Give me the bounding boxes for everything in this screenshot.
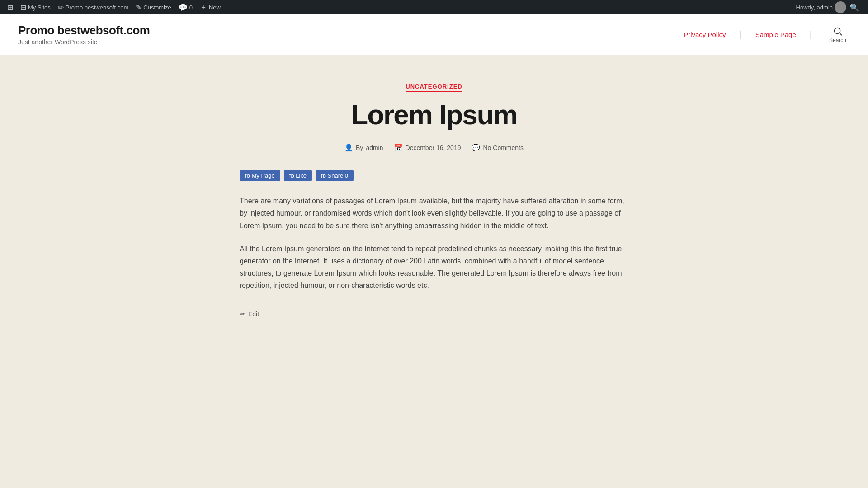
new-link[interactable]: ＋ New — [196, 0, 224, 14]
nav-separator: | — [740, 29, 742, 40]
promo-site-link[interactable]: ✏ Promo bestwebsoft.com — [54, 0, 132, 14]
fb-my-page-button[interactable]: fb My Page — [240, 170, 280, 181]
post-title: Lorem Ipsum — [240, 99, 628, 130]
author-name[interactable]: admin — [366, 144, 383, 151]
edit-link[interactable]: ✏ Edit — [240, 310, 628, 318]
comments-icon: 💬 — [179, 3, 188, 12]
customize-link[interactable]: ✎ Customize — [132, 0, 175, 14]
post-date: 📅 December 16, 2019 — [394, 144, 461, 152]
new-label: New — [209, 4, 221, 11]
nav-separator-2: | — [810, 29, 812, 40]
site-title[interactable]: Promo bestwebsoft.com — [18, 23, 150, 38]
edit-icon: ✏ — [240, 310, 245, 318]
header-right: Privacy Policy | Sample Page | Search — [684, 23, 850, 47]
wp-icon: ⊞ — [7, 3, 13, 12]
plus-icon: ＋ — [200, 3, 207, 12]
site-header: Promo bestwebsoft.com Just another WordP… — [0, 14, 868, 55]
post-author: 👤 By admin — [344, 144, 383, 152]
my-sites-link[interactable]: ⊟ My Sites — [17, 0, 54, 14]
fb-share-button[interactable]: fb Share 0 — [316, 170, 354, 181]
post-meta: 👤 By admin 📅 December 16, 2019 💬 No Comm… — [240, 144, 628, 152]
customize-icon: ✎ — [136, 3, 142, 12]
search-label: Search — [829, 37, 846, 43]
post-comments: 💬 No Comments — [472, 144, 523, 152]
calendar-icon: 📅 — [394, 144, 403, 152]
edit-label: Edit — [248, 310, 259, 318]
site-branding: Promo bestwebsoft.com Just another WordP… — [18, 23, 150, 46]
search-button[interactable]: Search — [826, 23, 850, 47]
nav-sample-page[interactable]: Sample Page — [755, 31, 796, 38]
by-label: By — [356, 144, 363, 151]
search-icon — [833, 26, 843, 36]
post-body-2: All the Lorem Ipsum generators on the In… — [240, 243, 628, 292]
my-sites-label: My Sites — [28, 4, 51, 11]
post-date-value: December 16, 2019 — [406, 144, 461, 151]
fb-like-button[interactable]: fb Like — [284, 170, 312, 181]
svg-point-0 — [835, 28, 840, 33]
post-body-1: There are many variations of passages of… — [240, 195, 628, 232]
main-content: UNCATEGORIZED Lorem Ipsum 👤 By admin 📅 D… — [231, 82, 637, 318]
howdy-text: Howdy, admin — [796, 4, 833, 11]
my-sites-icon: ⊟ — [20, 3, 26, 12]
comment-icon: 💬 — [472, 144, 480, 152]
author-icon: 👤 — [344, 144, 353, 152]
admin-bar: ⊞ ⊟ My Sites ✏ Promo bestwebsoft.com ✎ C… — [0, 0, 868, 14]
admin-bar-left: ⊞ ⊟ My Sites ✏ Promo bestwebsoft.com ✎ C… — [4, 0, 224, 14]
site-tagline: Just another WordPress site — [18, 38, 150, 46]
avatar — [835, 1, 846, 13]
main-nav: Privacy Policy | Sample Page — [684, 29, 796, 40]
nav-privacy-policy[interactable]: Privacy Policy — [684, 31, 726, 38]
promo-site-label: Promo bestwebsoft.com — [66, 4, 128, 11]
comments-label[interactable]: No Comments — [483, 144, 523, 151]
svg-line-1 — [840, 33, 842, 35]
comments-link[interactable]: 💬 0 — [175, 0, 196, 14]
wp-logo-link[interactable]: ⊞ — [4, 0, 17, 14]
post-content: There are many variations of passages of… — [240, 195, 628, 291]
category-label: UNCATEGORIZED — [240, 82, 628, 90]
category-badge[interactable]: UNCATEGORIZED — [406, 83, 462, 92]
comments-count: 0 — [189, 4, 193, 11]
pencil-icon: ✏ — [58, 3, 64, 12]
admin-bar-right: Howdy, admin 🔍 — [796, 1, 864, 14]
customize-label: Customize — [143, 4, 171, 11]
admin-search-icon[interactable]: 🔍 — [848, 1, 861, 14]
social-buttons: fb My Page fb Like fb Share 0 — [240, 170, 628, 181]
